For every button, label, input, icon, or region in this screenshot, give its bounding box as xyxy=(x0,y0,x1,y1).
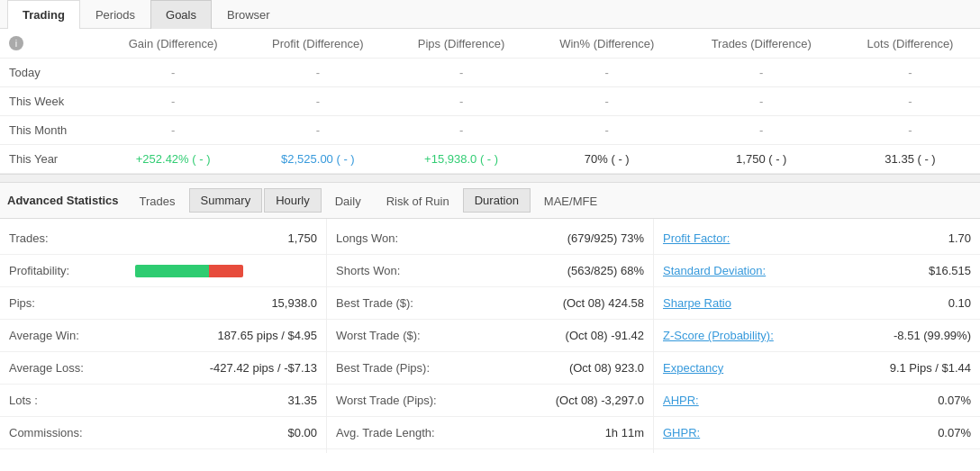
table-row: Today - - - - - - xyxy=(0,59,980,87)
stat-ghpr: GHPR: 0.07% xyxy=(654,417,980,449)
stat-label-sharpe-ratio[interactable]: Sharpe Ratio xyxy=(663,296,807,310)
col-header-trades: Trades (Difference) xyxy=(683,29,841,59)
table-row: This Month - - - - - - xyxy=(0,116,980,145)
stat-value-worst-trade-dollar: (Oct 08) -91.42 xyxy=(462,329,644,342)
stat-label-std-deviation[interactable]: Standard Deviation: xyxy=(663,264,807,277)
tab-goals[interactable]: Goals xyxy=(150,0,212,29)
stat-value-profit-factor: 1.70 xyxy=(807,231,971,245)
stat-label-longs-won: Longs Won: xyxy=(336,231,462,245)
adv-tab-summary[interactable]: Summary xyxy=(189,188,263,213)
today-lots: - xyxy=(840,59,980,87)
stat-trades: Trades: 1,750 xyxy=(0,222,326,255)
stat-label-ghpr[interactable]: GHPR: xyxy=(663,426,807,439)
stat-value-worst-trade-pips: (Oct 08) -3,297.0 xyxy=(462,394,644,407)
thisweek-gain: - xyxy=(102,87,245,116)
stat-avg-win: Average Win: 187.65 pips / $4.95 xyxy=(0,320,326,352)
row-label-thisweek: This Week xyxy=(0,87,102,116)
adv-stats-header: Advanced Statistics Trades Summary Hourl… xyxy=(0,183,980,219)
stat-value-best-trade-pips: (Oct 08) 923.0 xyxy=(462,361,644,375)
stat-label-avg-win: Average Win: xyxy=(9,329,135,342)
info-icon[interactable]: i xyxy=(9,36,23,50)
tab-periods[interactable]: Periods xyxy=(80,0,150,29)
col-header-win: Win% (Difference) xyxy=(531,29,682,59)
stat-label-expectancy[interactable]: Expectancy xyxy=(663,361,807,375)
stat-label-ahpr[interactable]: AHPR: xyxy=(663,394,807,407)
stats-container: Trades: 1,750 Profitability: Pips: 15,93… xyxy=(0,219,980,453)
stat-profit-factor: Profit Factor: 1.70 xyxy=(654,222,980,255)
thisweek-profit: - xyxy=(245,87,392,116)
stats-col-3: Profit Factor: 1.70 Standard Deviation: … xyxy=(653,219,980,453)
stat-value-avg-trade-length: 1h 11m xyxy=(462,426,644,439)
adv-tab-duration[interactable]: Duration xyxy=(463,188,531,213)
adv-tab-daily[interactable]: Daily xyxy=(323,189,373,213)
today-gain: - xyxy=(102,59,245,87)
adv-tab-risk[interactable]: Risk of Ruin xyxy=(375,189,461,213)
stat-profitability: Profitability: xyxy=(0,255,326,287)
stat-lots: Lots : 31.35 xyxy=(0,385,326,417)
stat-value-avg-win: 187.65 pips / $4.95 xyxy=(135,329,317,342)
tab-trading[interactable]: Trading xyxy=(7,0,80,29)
thisweek-pips: - xyxy=(391,87,531,116)
stat-label-pips: Pips: xyxy=(9,296,135,310)
stats-col-2: Longs Won: (679/925) 73% Shorts Won: (56… xyxy=(326,219,653,453)
stat-value-lots: 31.35 xyxy=(135,394,317,407)
today-win: - xyxy=(531,59,682,87)
stat-label-avg-trade-length: Avg. Trade Length: xyxy=(336,426,462,439)
stat-value-ahpr: 0.07% xyxy=(807,394,971,407)
col-header-gain: Gain (Difference) xyxy=(102,29,245,59)
stat-std-deviation: Standard Deviation: $16.515 xyxy=(654,255,980,287)
stats-col-1: Trades: 1,750 Profitability: Pips: 15,93… xyxy=(0,219,326,453)
row-label-thisyear: This Year xyxy=(0,145,102,174)
stat-label-lots: Lots : xyxy=(9,394,135,407)
stat-ahpr: AHPR: 0.07% xyxy=(654,385,980,417)
thisweek-win: - xyxy=(531,87,682,116)
stat-label-trades: Trades: xyxy=(9,231,135,245)
stat-zscore: Z-Score (Probability): -8.51 (99.99%) xyxy=(654,320,980,352)
col-header-profit: Profit (Difference) xyxy=(245,29,392,59)
stat-sharpe-ratio: Sharpe Ratio 0.10 xyxy=(654,287,980,320)
adv-stats-title: Advanced Statistics xyxy=(7,194,119,207)
stat-best-trade-pips: Best Trade (Pips): (Oct 08) 923.0 xyxy=(327,352,653,385)
today-profit: - xyxy=(245,59,392,87)
thismonth-lots: - xyxy=(840,116,980,145)
stat-worst-trade-dollar: Worst Trade ($): (Oct 08) -91.42 xyxy=(327,320,653,352)
stat-label-worst-trade-dollar: Worst Trade ($): xyxy=(336,329,462,342)
profit-bar-green xyxy=(135,265,209,277)
stat-value-zscore: -8.51 (99.99%) xyxy=(807,329,971,342)
thisyear-lots: 31.35 ( - ) xyxy=(840,145,980,174)
stat-value-avg-loss: -427.42 pips / -$7.13 xyxy=(135,361,317,375)
stat-longs-won: Longs Won: (679/925) 73% xyxy=(327,222,653,255)
stat-expectancy: Expectancy 9.1 Pips / $1.44 xyxy=(654,352,980,385)
stat-avg-loss: Average Loss: -427.42 pips / -$7.13 xyxy=(0,352,326,385)
thismonth-profit: - xyxy=(245,116,392,145)
thisyear-pips: +15,938.0 ( - ) xyxy=(391,145,531,174)
today-pips: - xyxy=(391,59,531,87)
stat-value-commissions: $0.00 xyxy=(135,426,317,439)
stat-value-std-deviation: $16.515 xyxy=(807,264,971,277)
table-row: This Week - - - - - - xyxy=(0,87,980,116)
stat-value-trades: 1,750 xyxy=(135,231,317,245)
thisyear-win: 70% ( - ) xyxy=(531,145,682,174)
col-header-pips: Pips (Difference) xyxy=(391,29,531,59)
stat-label-profit-factor[interactable]: Profit Factor: xyxy=(663,231,807,245)
stat-worst-trade-pips: Worst Trade (Pips): (Oct 08) -3,297.0 xyxy=(327,385,653,417)
stat-value-best-trade-dollar: (Oct 08) 424.58 xyxy=(462,296,644,310)
stat-label-shorts-won: Shorts Won: xyxy=(336,264,462,277)
adv-tab-trades[interactable]: Trades xyxy=(128,189,187,213)
stat-label-zscore[interactable]: Z-Score (Probability): xyxy=(663,329,807,342)
stat-label-avg-loss: Average Loss: xyxy=(9,361,135,375)
top-tab-bar: Trading Periods Goals Browser xyxy=(0,0,980,29)
profitability-bar xyxy=(135,265,243,277)
stat-shorts-won: Shorts Won: (563/825) 68% xyxy=(327,255,653,287)
stat-pips: Pips: 15,938.0 xyxy=(0,287,326,320)
tab-browser[interactable]: Browser xyxy=(212,0,286,29)
stat-label-worst-trade-pips: Worst Trade (Pips): xyxy=(336,394,462,407)
adv-tab-hourly[interactable]: Hourly xyxy=(264,188,322,213)
thismonth-trades: - xyxy=(683,116,841,145)
stat-value-longs-won: (679/925) 73% xyxy=(462,231,644,245)
stat-best-trade-dollar: Best Trade ($): (Oct 08) 424.58 xyxy=(327,287,653,320)
table-row: This Year +252.42% ( - ) $2,525.00 ( - )… xyxy=(0,145,980,174)
stat-value-sharpe-ratio: 0.10 xyxy=(807,296,971,310)
stat-label-best-trade-pips: Best Trade (Pips): xyxy=(336,361,462,375)
adv-tab-mae[interactable]: MAE/MFE xyxy=(532,189,609,213)
